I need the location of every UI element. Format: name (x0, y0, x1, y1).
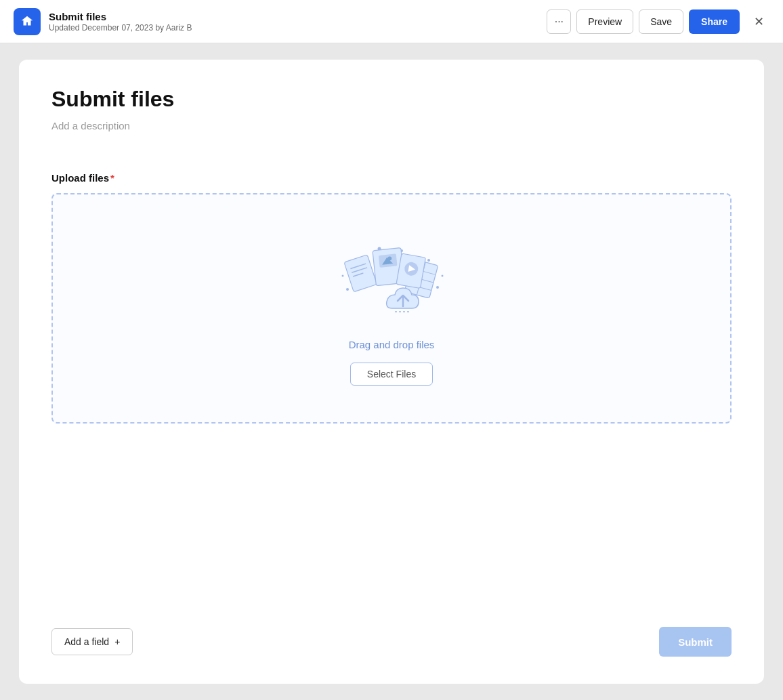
submit-button[interactable]: Submit (659, 627, 732, 657)
svg-point-1 (427, 259, 430, 262)
header-title-block: Submit files Updated December 07, 2023 b… (49, 10, 547, 33)
preview-button[interactable]: Preview (576, 9, 633, 34)
upload-field-section: Upload files* (51, 172, 732, 424)
card-footer: Add a field + Submit (51, 600, 732, 657)
drag-drop-text: Drag and drop files (349, 339, 435, 350)
svg-point-3 (436, 286, 439, 289)
app-logo (14, 8, 41, 35)
upload-illustration-svg (337, 239, 446, 320)
required-indicator: * (110, 172, 114, 184)
upload-dropzone[interactable]: Drag and drop files Select Files (51, 193, 732, 424)
close-button[interactable]: ✕ (748, 11, 769, 33)
upload-field-label: Upload files* (51, 172, 732, 184)
add-field-button[interactable]: Add a field + (51, 628, 133, 655)
app-header: Submit files Updated December 07, 2023 b… (0, 0, 783, 43)
svg-point-6 (442, 274, 444, 276)
more-options-button[interactable]: ··· (547, 9, 571, 34)
save-button[interactable]: Save (639, 9, 683, 34)
header-actions: ··· Preview Save Share ✕ (547, 9, 769, 34)
form-title: Submit files (51, 87, 732, 112)
form-card: Submit files Add a description Upload fi… (19, 60, 764, 684)
select-files-button[interactable]: Select Files (350, 363, 433, 386)
header-title: Submit files (49, 10, 547, 24)
share-button[interactable]: Share (689, 9, 740, 34)
add-field-icon: + (114, 636, 120, 647)
upload-illustration (337, 239, 446, 323)
svg-point-2 (346, 288, 349, 291)
header-subtitle: Updated December 07, 2023 by Aariz B (49, 23, 547, 33)
add-field-label: Add a field (64, 636, 109, 647)
svg-rect-8 (344, 254, 377, 291)
form-description: Add a description (51, 120, 732, 131)
close-icon: ✕ (754, 14, 764, 29)
svg-point-7 (342, 274, 344, 276)
logo-icon (20, 14, 35, 29)
main-content: Submit files Add a description Upload fi… (0, 43, 783, 700)
